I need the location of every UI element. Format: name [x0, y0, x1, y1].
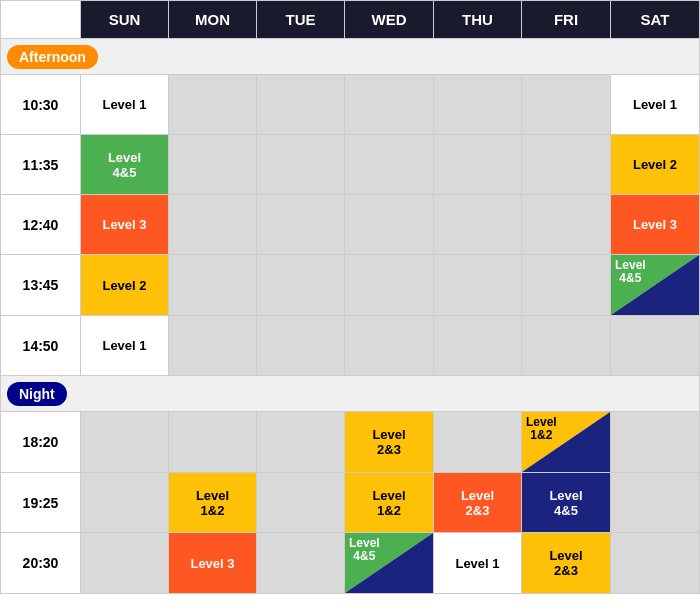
- fri-1450: [522, 316, 611, 376]
- mon-1030: [169, 75, 257, 135]
- tue-2030: [257, 533, 345, 594]
- tue-1240: [257, 195, 345, 255]
- time-1240: 12:40: [1, 195, 81, 255]
- night-badge: Night: [7, 382, 67, 406]
- thu-1135: [434, 135, 522, 195]
- tue-1135: [257, 135, 345, 195]
- sat-1925: [611, 473, 700, 533]
- wed-1450: [345, 316, 434, 376]
- sun-2030: [81, 533, 169, 594]
- wed-1135: [345, 135, 434, 195]
- time-1925: 19:25: [1, 473, 81, 533]
- sun-1345: Level 2: [81, 255, 169, 316]
- row-2030: 20:30 Level 3 Level4&5 Level 1 Level2&3: [1, 533, 700, 594]
- sun-1820: [81, 412, 169, 473]
- thu-1925: Level2&3: [434, 473, 522, 533]
- mon-1240: [169, 195, 257, 255]
- time-2030: 20:30: [1, 533, 81, 594]
- mon-header: MON: [169, 1, 257, 39]
- night-label-cell: Night: [1, 376, 700, 412]
- sun-1030: Level 1: [81, 75, 169, 135]
- wed-2030: Level4&5: [345, 533, 434, 594]
- night-section-row: Night: [1, 376, 700, 412]
- sun-1925: [81, 473, 169, 533]
- wed-1030: [345, 75, 434, 135]
- row-1030: 10:30 Level 1 Level 1: [1, 75, 700, 135]
- wed-1345: [345, 255, 434, 316]
- thu-header: THU: [434, 1, 522, 39]
- time-1345: 13:45: [1, 255, 81, 316]
- sat-1345: Level4&5: [611, 255, 700, 316]
- mon-1345: [169, 255, 257, 316]
- time-header: [1, 1, 81, 39]
- mon-2030: Level 3: [169, 533, 257, 594]
- sat-1820: [611, 412, 700, 473]
- fri-1135: [522, 135, 611, 195]
- wed-header: WED: [345, 1, 434, 39]
- tue-header: TUE: [257, 1, 345, 39]
- row-1240: 12:40 Level 3 Level 3: [1, 195, 700, 255]
- fri-1345: [522, 255, 611, 316]
- time-1135: 11:35: [1, 135, 81, 195]
- header-row: SUN MON TUE WED THU FRI SAT: [1, 1, 700, 39]
- time-1820: 18:20: [1, 412, 81, 473]
- fri-header: FRI: [522, 1, 611, 39]
- sat-1240: Level 3: [611, 195, 700, 255]
- fri-1925: Level4&5: [522, 473, 611, 533]
- fri-1820: Level1&2: [522, 412, 611, 473]
- sat-2030: [611, 533, 700, 594]
- fri-1240: [522, 195, 611, 255]
- tue-1030: [257, 75, 345, 135]
- sun-header: SUN: [81, 1, 169, 39]
- tue-1820: [257, 412, 345, 473]
- tue-1450: [257, 316, 345, 376]
- sat-1135: Level 2: [611, 135, 700, 195]
- thu-1345: [434, 255, 522, 316]
- thu-1030: [434, 75, 522, 135]
- sun-1135: Level4&5: [81, 135, 169, 195]
- sat-1450: [611, 316, 700, 376]
- row-1450: 14:50 Level 1: [1, 316, 700, 376]
- sun-1450: Level 1: [81, 316, 169, 376]
- mon-1135: [169, 135, 257, 195]
- afternoon-section-row: Afternoon: [1, 39, 700, 75]
- row-1820: 18:20 Level2&3 Level1&2: [1, 412, 700, 473]
- sun-1240: Level 3: [81, 195, 169, 255]
- row-1345: 13:45 Level 2 Level4&5: [1, 255, 700, 316]
- row-1135: 11:35 Level4&5 Level 2: [1, 135, 700, 195]
- mon-1820: [169, 412, 257, 473]
- sat-header: SAT: [611, 1, 700, 39]
- fri-1030: [522, 75, 611, 135]
- afternoon-label-cell: Afternoon: [1, 39, 700, 75]
- wed-1820: Level2&3: [345, 412, 434, 473]
- time-1450: 14:50: [1, 316, 81, 376]
- fri-2030: Level2&3: [522, 533, 611, 594]
- thu-1240: [434, 195, 522, 255]
- thu-1450: [434, 316, 522, 376]
- tue-1345: [257, 255, 345, 316]
- thu-1820: [434, 412, 522, 473]
- mon-1925: Level1&2: [169, 473, 257, 533]
- sat-1030: Level 1: [611, 75, 700, 135]
- schedule-table: SUN MON TUE WED THU FRI SAT Afternoon 10…: [0, 0, 700, 594]
- thu-2030: Level 1: [434, 533, 522, 594]
- wed-1240: [345, 195, 434, 255]
- time-1030: 10:30: [1, 75, 81, 135]
- mon-1450: [169, 316, 257, 376]
- afternoon-badge: Afternoon: [7, 45, 98, 69]
- row-1925: 19:25 Level1&2 Level1&2 Level2&3 Level4&…: [1, 473, 700, 533]
- tue-1925: [257, 473, 345, 533]
- wed-1925: Level1&2: [345, 473, 434, 533]
